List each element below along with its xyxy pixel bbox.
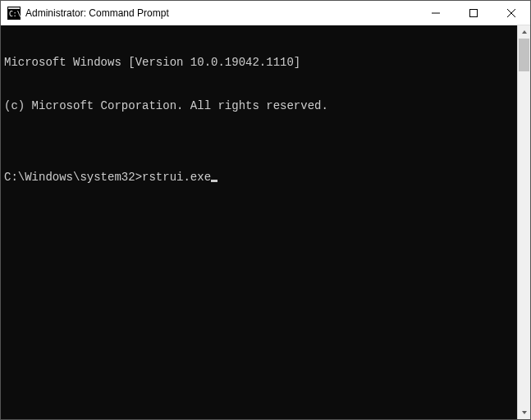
close-button[interactable] bbox=[492, 1, 530, 25]
svg-marker-8 bbox=[522, 411, 527, 414]
content-area: Microsoft Windows [Version 10.0.19042.11… bbox=[1, 25, 530, 419]
maximize-icon bbox=[469, 9, 478, 17]
terminal-line: (c) Microsoft Corporation. All rights re… bbox=[4, 99, 514, 114]
titlebar[interactable]: C:\ Administrator: Command Prompt bbox=[1, 1, 530, 25]
terminal-output[interactable]: Microsoft Windows [Version 10.0.19042.11… bbox=[1, 25, 517, 419]
close-icon bbox=[507, 9, 515, 17]
window-title: Administrator: Command Prompt bbox=[25, 7, 417, 19]
cursor-icon bbox=[211, 180, 217, 182]
cmd-icon: C:\ bbox=[7, 7, 21, 20]
maximize-button[interactable] bbox=[455, 1, 492, 25]
minimize-button[interactable] bbox=[417, 1, 455, 25]
command-prompt-window: C:\ Administrator: Command Prompt bbox=[0, 0, 531, 420]
terminal-command: rstrui.exe bbox=[142, 171, 211, 185]
svg-marker-7 bbox=[522, 30, 527, 34]
svg-rect-4 bbox=[470, 9, 478, 16]
minimize-icon bbox=[432, 9, 440, 17]
svg-text:C:\: C:\ bbox=[9, 11, 21, 18]
terminal-prompt: C:\Windows\system32> bbox=[4, 171, 142, 185]
chevron-down-icon bbox=[521, 409, 528, 416]
terminal-prompt-line: C:\Windows\system32>rstrui.exe bbox=[4, 171, 514, 185]
scrollbar-thumb[interactable] bbox=[519, 39, 529, 71]
vertical-scrollbar[interactable] bbox=[517, 25, 530, 419]
scrollbar-track[interactable] bbox=[518, 39, 530, 406]
scroll-down-button[interactable] bbox=[518, 406, 530, 419]
window-controls bbox=[417, 1, 530, 25]
chevron-up-icon bbox=[521, 29, 528, 35]
svg-rect-1 bbox=[8, 7, 20, 9]
terminal-line: Microsoft Windows [Version 10.0.19042.11… bbox=[4, 56, 514, 71]
scroll-up-button[interactable] bbox=[518, 25, 530, 39]
